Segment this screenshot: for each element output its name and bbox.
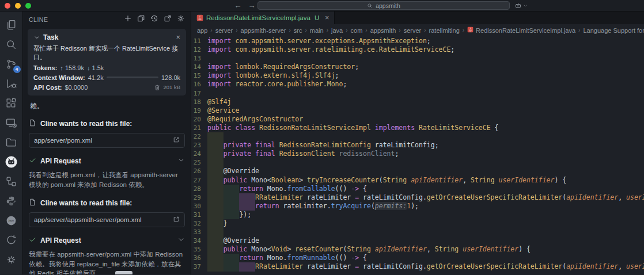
history-button[interactable] [150,14,158,25]
api-request-row[interactable]: API Request [29,156,185,166]
breadcrumb-separator: › [289,27,290,33]
file-path: app/server/appsmith-server/pom.xml [34,216,142,223]
close-window-button[interactable] [5,3,10,9]
assistant-message: 我需要在 appsmith-server/pom.xml 中添加 Redisso… [29,250,185,274]
breadcrumb-item[interactable]: RedissonRateLimitServiceImpl.java [467,26,575,34]
activity-item-project-folder[interactable] [0,133,23,153]
tool-label-text: Cline wants to read this file: [40,120,132,128]
activity-item-gear-tool[interactable] [0,251,23,270]
activity-item-json-tool[interactable]: json [0,212,23,231]
breadcrumb-item[interactable]: server [404,27,422,34]
breadcrumb-separator: › [305,27,306,33]
new-task-button[interactable] [124,14,132,25]
copilot-titlebar-button[interactable] [514,2,528,9]
symbols-icon [5,175,17,190]
code-editor[interactable]: 11import com.appsmith.server.exceptions.… [191,36,644,274]
cache-size: 201 kB [163,84,180,90]
breadcrumb-item[interactable]: java [331,27,343,34]
code-line: 17 [191,89,644,98]
indent-guide [223,254,240,262]
activity-item-extensions[interactable] [0,94,23,114]
line-number: 32 [191,219,207,228]
indent-guide [207,185,223,193]
breadcrumb-item[interactable]: appsmith [370,27,396,34]
tokens-down: ↓ 1.5k [87,64,104,71]
breadcrumb-item[interactable]: Language Support for Java(TM) by Red Ha [583,27,644,34]
code-line: 19@Service [191,106,644,115]
line-number: 14 [191,63,207,71]
breadcrumb-item[interactable]: src [294,27,302,34]
code-line: 27public Mono<Boolean> tryIncreaseCounte… [191,176,644,185]
tab-close-icon[interactable]: × [325,14,329,22]
activity-item-redo-tool[interactable] [0,231,23,251]
java-file-icon [467,26,473,34]
line-number: 24 [191,150,207,158]
activity-item-cline[interactable] [0,153,23,173]
task-close-button[interactable]: × [176,33,180,41]
external-link-icon[interactable] [173,216,180,224]
code-line: 11import com.appsmith.server.exceptions.… [191,37,644,45]
chevron-down-icon [33,34,40,41]
file-icon [29,119,36,128]
minimize-window-button[interactable] [15,3,21,9]
external-link-icon[interactable] [173,136,180,144]
context-max: 128.0k [161,74,180,81]
workbench: 4json CLINE Task × 帮忙基于 Redisson 新实现一个 R… [0,12,644,274]
mcp-servers-button[interactable] [137,14,145,25]
context-label: Context Window: [33,74,85,81]
tab-redisson-java[interactable]: RedissonRateLimitServiceImpl.java U × [191,12,335,24]
breadcrumb-text: appsmith-server [241,27,286,34]
maximize-window-button[interactable] [25,3,31,9]
activity-item-source-control[interactable]: 4 [0,55,23,75]
task-header-row[interactable]: Task × [33,33,180,41]
redo-tool-icon [5,234,17,249]
nav-forward-button[interactable]: → [247,0,257,12]
indent-guide [223,262,240,271]
code-line: 30return rateLimiter.tryAcquire(permits:… [191,202,644,211]
code-line: 14import lombok.RequiredArgsConstructor; [191,63,644,71]
breadcrumb-text: ratelimiting [429,27,460,34]
line-number: 22 [191,132,207,141]
indent-guide [239,202,255,211]
line-number: 18 [191,98,207,106]
breadcrumb-item[interactable]: com [351,27,363,34]
chevron-down-icon[interactable] [177,156,185,166]
line-number: 34 [191,236,207,245]
activity-item-python[interactable] [0,192,23,212]
activity-item-run-debug[interactable] [0,75,23,94]
activity-item-symbols[interactable] [0,173,23,192]
api-request-row[interactable]: API Request [29,236,185,245]
file-chip[interactable]: app/server/pom.xml [29,133,185,148]
code-line: 23private final RedissonRateLimitConfig … [191,141,644,150]
nav-back-button[interactable]: ← [233,0,243,12]
open-in-editor-button[interactable] [164,14,172,25]
chevron-down-icon[interactable] [177,236,185,245]
breadcrumb-separator: › [210,27,212,33]
activity-item-remote-explorer[interactable] [0,114,23,133]
indent-guide [207,132,223,141]
breadcrumb-separator: › [236,27,237,33]
settings-button[interactable] [177,14,185,25]
breadcrumb-item[interactable]: main [310,27,324,34]
activity-item-search[interactable] [0,36,23,55]
svg-text:json: json [8,219,14,222]
file-chip[interactable]: app/server/appsmith-server/pom.xml [29,212,185,227]
breadcrumb-separator: › [424,27,426,33]
breadcrumb-separator: › [346,27,347,33]
code-line: 20@RequiredArgsConstructor [191,115,644,124]
scroll-indicator[interactable] [115,271,132,274]
command-center-search[interactable]: appsmith [257,1,510,10]
line-number: 12 [191,45,207,54]
trash-icon[interactable] [154,84,161,91]
code-line: 34@Override [191,236,644,245]
breadcrumb-item[interactable]: server [215,27,233,34]
activity-item-explorer[interactable] [0,16,23,36]
indent-guide [223,202,240,211]
tokens-up: ↑ 158.9k [60,64,84,71]
breadcrumb-item[interactable]: ratelimiting [429,27,460,34]
code-line: 26@Override [191,167,644,175]
breadcrumb-item[interactable]: appsmith-server [241,27,286,34]
breadcrumb-item[interactable]: app [197,27,207,34]
line-number: 20 [191,115,207,124]
search-icon [367,3,373,9]
